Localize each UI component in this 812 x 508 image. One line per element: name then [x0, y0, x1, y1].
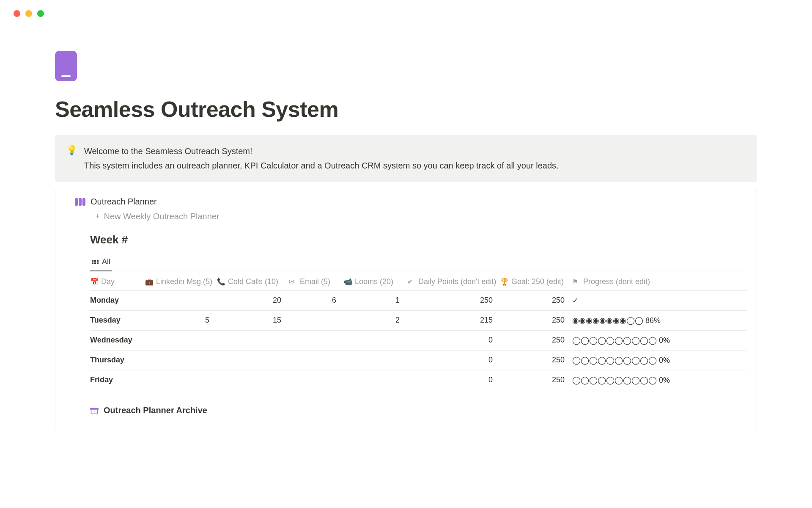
page-container: Seamless Outreach System 💡 Welcome to th…	[0, 17, 812, 429]
plus-icon: +	[95, 212, 100, 221]
cell-progress: ◉◉◉◉◉◉◉◉◯◯ 86%	[572, 316, 747, 325]
table-icon	[92, 260, 99, 264]
cell-calls: 20	[217, 296, 289, 305]
close-window-button[interactable]	[14, 10, 20, 17]
welcome-callout: 💡 Welcome to the Seamless Outreach Syste…	[55, 135, 757, 182]
camera-icon: 📹	[344, 278, 351, 286]
minimize-window-button[interactable]	[25, 10, 32, 17]
cell-points: 0	[407, 356, 500, 365]
callout-line2: This system includes an outreach planner…	[84, 158, 559, 173]
cell-progress: ◯◯◯◯◯◯◯◯◯◯ 0%	[572, 375, 747, 385]
briefcase-icon: 💼	[145, 278, 153, 286]
header-goal[interactable]: 🏆Goal: 250 (edit)	[500, 277, 572, 286]
page-title: Seamless Outreach System	[55, 97, 757, 122]
cell-goal: 250	[500, 316, 572, 325]
cell-day: Friday	[90, 375, 145, 385]
cell-looms	[344, 356, 407, 365]
tab-all[interactable]: All	[90, 254, 112, 271]
callout-text: Welcome to the Seamless Outreach System!…	[84, 144, 559, 173]
trophy-icon: 🏆	[500, 278, 508, 286]
week-title[interactable]: Week #	[90, 233, 747, 246]
cell-points: 0	[407, 375, 500, 385]
archive-link[interactable]: Outreach Planner Archive	[90, 406, 747, 415]
cell-linkedin	[145, 336, 217, 345]
bulb-icon: 💡	[66, 144, 77, 173]
header-calls[interactable]: 📞Cold Calls (10)	[217, 277, 289, 286]
table-row[interactable]: Monday 20 6 1 250 250 ✓	[90, 291, 747, 311]
cell-calls: 15	[217, 316, 289, 325]
cell-goal: 250	[500, 375, 572, 385]
header-email[interactable]: ✉Email (5)	[289, 277, 344, 286]
cell-email	[289, 356, 344, 365]
cell-points: 0	[407, 336, 500, 345]
cell-linkedin	[145, 356, 217, 365]
table-row[interactable]: Wednesday 0 250 ◯◯◯◯◯◯◯◯◯◯ 0%	[90, 331, 747, 351]
cell-linkedin	[145, 296, 217, 305]
svg-rect-0	[91, 409, 98, 414]
cell-progress: ✓	[572, 296, 747, 305]
map-icon	[75, 198, 85, 206]
window-controls	[0, 0, 812, 17]
cell-email	[289, 375, 344, 385]
cell-goal: 250	[500, 296, 572, 305]
cell-points: 250	[407, 296, 500, 305]
planner-table: 📅Day 💼Linkedin Msg (5) 📞Cold Calls (10) …	[90, 277, 747, 390]
maximize-window-button[interactable]	[37, 10, 44, 17]
cell-day: Monday	[90, 296, 145, 305]
table-header-row: 📅Day 💼Linkedin Msg (5) 📞Cold Calls (10) …	[90, 277, 747, 291]
calendar-icon: 📅	[90, 278, 98, 286]
table-row[interactable]: Friday 0 250 ◯◯◯◯◯◯◯◯◯◯ 0%	[90, 370, 747, 390]
planner-title: Outreach Planner	[91, 197, 157, 207]
cell-points: 215	[407, 316, 500, 325]
header-progress[interactable]: ⚑Progress (dont edit)	[572, 277, 747, 286]
archive-icon	[90, 406, 99, 415]
cell-looms: 1	[344, 296, 407, 305]
check-icon: ✔	[407, 278, 415, 286]
cell-calls	[217, 356, 289, 365]
table-row[interactable]: Thursday 0 250 ◯◯◯◯◯◯◯◯◯◯ 0%	[90, 351, 747, 370]
outreach-planner-card: Outreach Planner + New Weekly Outreach P…	[55, 189, 757, 429]
page-icon[interactable]	[55, 51, 77, 81]
cell-day: Thursday	[90, 356, 145, 365]
cell-calls	[217, 375, 289, 385]
cell-email	[289, 316, 344, 325]
new-weekly-planner-button[interactable]: + New Weekly Outreach Planner	[95, 212, 747, 221]
cell-linkedin	[145, 375, 217, 385]
cell-progress: ◯◯◯◯◯◯◯◯◯◯ 0%	[572, 336, 747, 345]
view-tabs: All	[90, 254, 747, 271]
cell-looms	[344, 336, 407, 345]
cell-progress: ◯◯◯◯◯◯◯◯◯◯ 0%	[572, 356, 747, 365]
cell-email	[289, 336, 344, 345]
header-linkedin[interactable]: 💼Linkedin Msg (5)	[145, 277, 217, 286]
table-row[interactable]: Tuesday 5 15 2 215 250 ◉◉◉◉◉◉◉◉◯◯ 86%	[90, 311, 747, 331]
archive-label: Outreach Planner Archive	[104, 406, 207, 415]
cell-looms	[344, 375, 407, 385]
cell-day: Tuesday	[90, 316, 145, 325]
cell-looms: 2	[344, 316, 407, 325]
header-looms[interactable]: 📹Looms (20)	[344, 277, 407, 286]
flag-icon: ⚑	[572, 278, 580, 286]
header-points[interactable]: ✔Daily Points (don't edit)	[407, 277, 500, 286]
envelope-icon: ✉	[289, 278, 296, 286]
new-planner-label: New Weekly Outreach Planner	[104, 212, 219, 221]
phone-icon: 📞	[217, 278, 225, 286]
tab-all-label: All	[102, 257, 110, 266]
planner-header[interactable]: Outreach Planner	[75, 197, 747, 207]
header-day[interactable]: 📅Day	[90, 277, 145, 286]
callout-line1: Welcome to the Seamless Outreach System!	[84, 144, 559, 158]
cell-linkedin: 5	[145, 316, 217, 325]
cell-goal: 250	[500, 356, 572, 365]
cell-goal: 250	[500, 336, 572, 345]
cell-calls	[217, 336, 289, 345]
cell-email: 6	[289, 296, 344, 305]
cell-day: Wednesday	[90, 336, 145, 345]
